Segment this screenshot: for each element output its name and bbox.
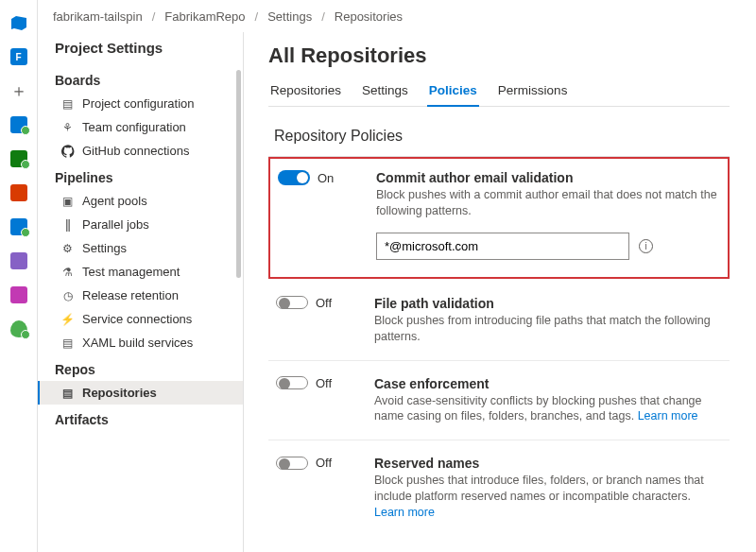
tab-repositories[interactable]: Repositories bbox=[268, 78, 343, 107]
document-icon: ▤ bbox=[60, 96, 75, 111]
parallel-icon: ǁ bbox=[60, 217, 75, 232]
beaker-rail-icon[interactable] bbox=[6, 248, 32, 274]
tab-settings[interactable]: Settings bbox=[360, 78, 410, 107]
sidebar-item-test-mgmt[interactable]: ⚗Test management bbox=[38, 260, 243, 284]
shield-rail-icon[interactable] bbox=[6, 316, 32, 342]
plug-icon: ⚡ bbox=[60, 312, 75, 326]
page-title: All Repositories bbox=[268, 43, 730, 68]
tab-permissions[interactable]: Permissions bbox=[496, 78, 570, 107]
bc-repositories[interactable]: Repositories bbox=[335, 9, 403, 24]
team-icon: ⚘ bbox=[60, 120, 75, 134]
app2-rail-icon[interactable] bbox=[6, 214, 32, 240]
policies-list: On Commit author email validation Block … bbox=[268, 156, 730, 536]
toggle-state: On bbox=[318, 171, 334, 185]
sidebar-item-xaml[interactable]: ▤XAML build services bbox=[38, 331, 243, 354]
highlighted-policy: On Commit author email validation Block … bbox=[268, 157, 730, 279]
sidebar-item-label: Parallel jobs bbox=[82, 217, 149, 232]
group-artifacts: Artifacts bbox=[38, 405, 243, 431]
sidebar-item-label: Project configuration bbox=[82, 96, 195, 111]
policy-title: Case enforcement bbox=[374, 376, 722, 391]
sidebar-item-github[interactable]: GitHub connections bbox=[38, 139, 243, 163]
sidebar-item-release-retention[interactable]: ◷Release retention bbox=[38, 284, 243, 307]
scrollbar-thumb[interactable] bbox=[236, 70, 241, 278]
learn-more-link[interactable]: Learn more bbox=[374, 506, 435, 519]
group-boards: Boards bbox=[38, 65, 243, 92]
sidebar-item-parallel-jobs[interactable]: ǁParallel jobs bbox=[38, 213, 243, 236]
policy-desc: Avoid case-sensitivity conflicts by bloc… bbox=[374, 393, 722, 425]
sidebar-item-label: Settings bbox=[82, 241, 127, 255]
sidebar-item-label: Team configuration bbox=[82, 120, 186, 134]
tab-policies[interactable]: Policies bbox=[427, 78, 479, 107]
sidebar-title: Project Settings bbox=[38, 32, 243, 65]
toggle-state: Off bbox=[316, 456, 332, 470]
github-icon bbox=[60, 144, 75, 158]
sidebar-item-team-config[interactable]: ⚘ Team configuration bbox=[38, 115, 243, 139]
test-rail-icon[interactable] bbox=[6, 146, 32, 172]
bc-org[interactable]: fabrikam-tailspin bbox=[53, 9, 143, 24]
toggle-state: Off bbox=[316, 376, 332, 390]
retention-icon: ◷ bbox=[60, 288, 75, 302]
policy-desc: Block pushes with a commit author email … bbox=[376, 187, 722, 219]
azure-devops-icon[interactable] bbox=[6, 9, 32, 36]
tab-bar: Repositories Settings Policies Permissio… bbox=[268, 78, 730, 107]
pool-icon: ▣ bbox=[60, 194, 75, 208]
toggle-email-validation[interactable] bbox=[278, 170, 310, 185]
xaml-icon: ▤ bbox=[60, 336, 75, 350]
new-icon[interactable]: ＋ bbox=[6, 78, 32, 104]
app1-rail-icon[interactable] bbox=[6, 180, 32, 206]
sidebar-item-label: Test management bbox=[82, 265, 180, 279]
toggle-case-enforcement[interactable] bbox=[276, 376, 308, 389]
content-pane: All Repositories Repositories Settings P… bbox=[244, 32, 756, 552]
sidebar-item-label: Service connections bbox=[82, 312, 192, 326]
sidebar-item-label: Repositories bbox=[82, 386, 157, 400]
section-title: Repository Policies bbox=[268, 107, 730, 156]
policy-desc: Block pushes from introducing file paths… bbox=[374, 313, 722, 345]
sidebar-item-pipeline-settings[interactable]: ⚙Settings bbox=[38, 236, 243, 260]
toggle-reserved-names[interactable] bbox=[276, 457, 308, 470]
policy-title: Commit author email validation bbox=[376, 170, 722, 185]
bc-settings[interactable]: Settings bbox=[267, 9, 312, 24]
repo-icon: ▤ bbox=[60, 386, 75, 400]
sidebar-item-repositories[interactable]: ▤Repositories bbox=[38, 381, 243, 405]
boards-rail-icon[interactable] bbox=[6, 112, 32, 138]
sidebar-item-label: Agent pools bbox=[82, 194, 147, 208]
info-icon[interactable]: i bbox=[639, 239, 653, 253]
bc-repo[interactable]: FabrikamRepo bbox=[164, 9, 245, 24]
project-tile[interactable]: F bbox=[6, 43, 32, 70]
gear-icon: ⚙ bbox=[60, 241, 75, 255]
settings-sidebar: Project Settings Boards ▤ Project config… bbox=[38, 32, 244, 552]
sidebar-item-label: XAML build services bbox=[82, 336, 193, 350]
sidebar-item-project-config[interactable]: ▤ Project configuration bbox=[38, 92, 243, 115]
sidebar-item-label: GitHub connections bbox=[82, 144, 189, 158]
flask-icon: ⚗ bbox=[60, 265, 75, 279]
icon-rail: F ＋ bbox=[0, 0, 38, 552]
toggle-state: Off bbox=[316, 296, 332, 310]
policy-title: File path validation bbox=[374, 296, 722, 311]
policy-title: Reserved names bbox=[374, 456, 722, 471]
sidebar-item-agent-pools[interactable]: ▣Agent pools bbox=[38, 189, 243, 213]
sidebar-item-label: Release retention bbox=[82, 288, 179, 302]
breadcrumb: fabrikam-tailspin / FabrikamRepo / Setti… bbox=[38, 0, 756, 32]
group-repos: Repos bbox=[38, 354, 243, 381]
email-pattern-input[interactable] bbox=[376, 233, 629, 260]
group-pipelines: Pipelines bbox=[38, 163, 243, 189]
app3-rail-icon[interactable] bbox=[6, 282, 32, 308]
sidebar-item-service-connections[interactable]: ⚡Service connections bbox=[38, 307, 243, 331]
policy-desc: Block pushes that introduce files, folde… bbox=[374, 473, 722, 521]
toggle-file-path[interactable] bbox=[276, 296, 308, 309]
learn-more-link[interactable]: Learn more bbox=[638, 409, 698, 423]
